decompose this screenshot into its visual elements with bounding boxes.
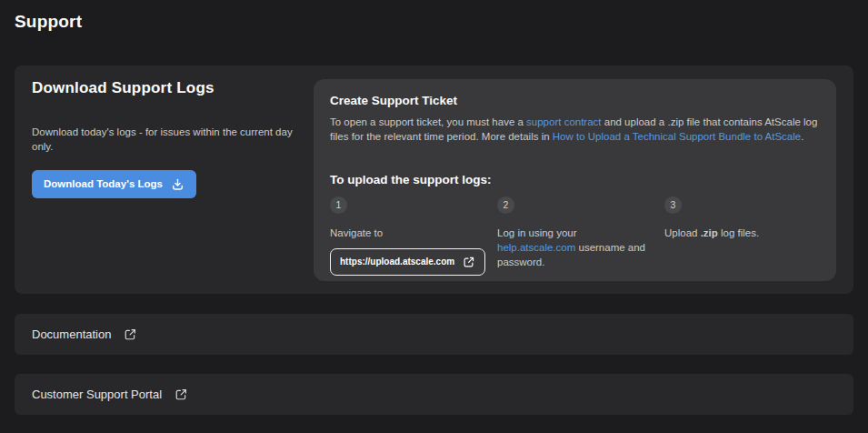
download-todays-logs-button[interactable]: Download Today's Logs	[32, 170, 196, 198]
download-logs-section: Download Support Logs Download today's l…	[32, 79, 309, 198]
support-contract-link[interactable]: support contract	[526, 116, 601, 127]
download-icon	[171, 177, 185, 191]
upload-bundle-doc-link[interactable]: How to Upload a Technical Support Bundle…	[553, 131, 801, 142]
support-logs-card: Download Support Logs Download today's l…	[15, 65, 853, 294]
external-link-icon	[175, 388, 188, 401]
create-ticket-intro: To open a support ticket, you must have …	[330, 115, 820, 145]
documentation-link-row[interactable]: Documentation	[15, 314, 853, 355]
external-link-icon	[463, 256, 475, 268]
step-3-text: Upload .zip log files.	[664, 226, 820, 240]
intro-text-3: .	[801, 131, 803, 142]
step-number-badge: 1	[330, 196, 347, 214]
upload-step-2: 2 Log in using your help.atscale.com use…	[497, 196, 664, 276]
external-link-icon	[124, 327, 137, 341]
upload-steps-title: To upload the support logs:	[330, 173, 820, 186]
step-2-text-1: Log in using your	[497, 227, 577, 238]
customer-support-portal-link-row[interactable]: Customer Support Portal	[15, 374, 853, 415]
page-title: Support	[15, 12, 82, 32]
step-1-text: Navigate to	[330, 226, 497, 240]
upload-step-1: 1 Navigate to https://upload.atscale.com	[330, 196, 497, 276]
download-logs-description: Download today's logs - for issues withi…	[32, 126, 309, 155]
step-3-zip-bold: .zip	[701, 227, 718, 238]
step-number-badge: 2	[497, 196, 514, 214]
help-atscale-link[interactable]: help.atscale.com	[497, 242, 575, 253]
upload-steps: 1 Navigate to https://upload.atscale.com…	[330, 196, 820, 276]
download-logs-title: Download Support Logs	[32, 79, 309, 97]
documentation-label: Documentation	[32, 327, 111, 341]
upload-url-button[interactable]: https://upload.atscale.com	[330, 248, 485, 276]
customer-support-portal-label: Customer Support Portal	[32, 388, 162, 401]
intro-text-1: To open a support ticket, you must have …	[330, 116, 526, 127]
step-3-text-2: log files.	[718, 227, 759, 238]
step-number-badge: 3	[664, 196, 682, 214]
step-3-text-1: Upload	[664, 227, 701, 238]
step-2-text: Log in using your help.atscale.com usern…	[497, 226, 664, 269]
download-todays-logs-label: Download Today's Logs	[44, 178, 163, 189]
create-ticket-card: Create Support Ticket To open a support …	[314, 79, 836, 281]
upload-url-label: https://upload.atscale.com	[340, 257, 454, 267]
create-ticket-title: Create Support Ticket	[330, 94, 820, 107]
upload-step-3: 3 Upload .zip log files.	[664, 196, 820, 276]
